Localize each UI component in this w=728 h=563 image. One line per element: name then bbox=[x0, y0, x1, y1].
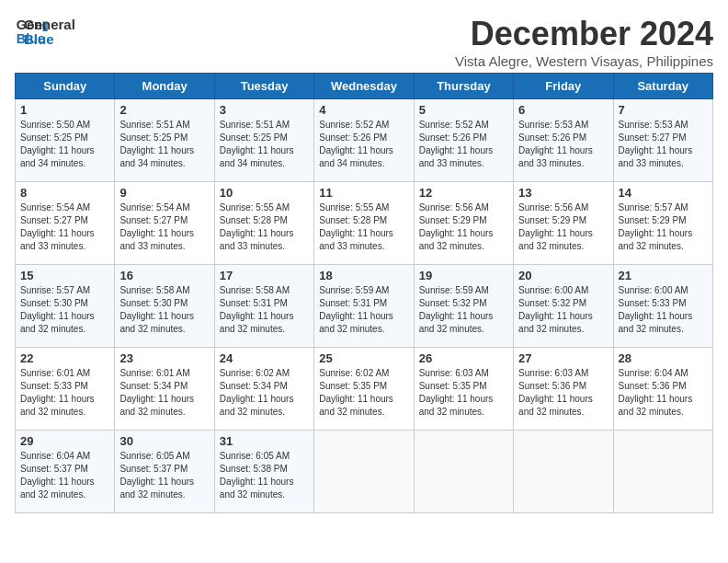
title-block: December 2024 Vista Alegre, Western Visa… bbox=[455, 15, 713, 69]
calendar-cell: 20Sunrise: 6:00 AMSunset: 5:32 PMDayligh… bbox=[514, 265, 613, 348]
calendar-week-2: 8Sunrise: 5:54 AMSunset: 5:27 PMDaylight… bbox=[16, 182, 713, 265]
calendar-cell: 24Sunrise: 6:02 AMSunset: 5:34 PMDayligh… bbox=[214, 348, 313, 431]
day-number: 18 bbox=[319, 269, 408, 282]
calendar-cell: 25Sunrise: 6:02 AMSunset: 5:35 PMDayligh… bbox=[314, 348, 414, 431]
day-number: 29 bbox=[20, 434, 109, 448]
calendar-cell: 18Sunrise: 5:59 AMSunset: 5:31 PMDayligh… bbox=[314, 265, 414, 348]
calendar-week-3: 15Sunrise: 5:57 AMSunset: 5:30 PMDayligh… bbox=[16, 265, 713, 348]
day-number: 2 bbox=[119, 103, 209, 117]
calendar-cell: 11Sunrise: 5:55 AMSunset: 5:28 PMDayligh… bbox=[314, 182, 414, 265]
calendar-cell: 26Sunrise: 6:03 AMSunset: 5:35 PMDayligh… bbox=[414, 348, 513, 431]
header: General Blue General Blue December 2024 … bbox=[15, 15, 713, 69]
day-info: Sunrise: 5:51 AMSunset: 5:25 PMDaylight:… bbox=[119, 120, 194, 168]
calendar-cell: 12Sunrise: 5:56 AMSunset: 5:29 PMDayligh… bbox=[414, 182, 513, 265]
day-info: Sunrise: 6:04 AMSunset: 5:36 PMDaylight:… bbox=[619, 368, 693, 417]
day-number: 11 bbox=[319, 186, 408, 200]
day-info: Sunrise: 5:54 AMSunset: 5:27 PMDaylight:… bbox=[119, 202, 194, 251]
day-info: Sunrise: 5:50 AMSunset: 5:25 PMDaylight:… bbox=[20, 120, 95, 168]
calendar-cell: 10Sunrise: 5:55 AMSunset: 5:28 PMDayligh… bbox=[214, 182, 313, 265]
day-number: 22 bbox=[20, 351, 109, 365]
day-number: 30 bbox=[119, 434, 209, 448]
day-number: 28 bbox=[619, 351, 708, 365]
calendar-title: December 2024 bbox=[455, 15, 713, 53]
header-friday: Friday bbox=[514, 74, 613, 99]
logo-general: General bbox=[24, 17, 75, 33]
day-number: 16 bbox=[119, 269, 209, 282]
day-number: 12 bbox=[419, 186, 508, 200]
day-info: Sunrise: 6:03 AMSunset: 5:36 PMDaylight:… bbox=[518, 368, 593, 417]
calendar-cell bbox=[514, 431, 613, 513]
day-number: 9 bbox=[119, 186, 209, 200]
day-number: 23 bbox=[119, 351, 209, 365]
day-number: 26 bbox=[419, 351, 508, 365]
calendar-cell: 2Sunrise: 5:51 AMSunset: 5:25 PMDaylight… bbox=[115, 99, 214, 182]
header-sunday: Sunday bbox=[16, 74, 115, 99]
day-info: Sunrise: 6:01 AMSunset: 5:34 PMDaylight:… bbox=[119, 368, 194, 417]
day-number: 31 bbox=[220, 434, 309, 448]
day-info: Sunrise: 5:56 AMSunset: 5:29 PMDaylight:… bbox=[518, 202, 593, 251]
weekday-header-row: Sunday Monday Tuesday Wednesday Thursday… bbox=[16, 74, 713, 99]
calendar-cell: 8Sunrise: 5:54 AMSunset: 5:27 PMDaylight… bbox=[16, 182, 115, 265]
day-number: 10 bbox=[220, 186, 309, 200]
day-info: Sunrise: 5:59 AMSunset: 5:31 PMDaylight:… bbox=[319, 285, 393, 334]
day-info: Sunrise: 6:00 AMSunset: 5:32 PMDaylight:… bbox=[518, 285, 593, 334]
calendar-cell: 30Sunrise: 6:05 AMSunset: 5:37 PMDayligh… bbox=[115, 431, 214, 513]
day-number: 17 bbox=[220, 269, 309, 282]
day-number: 19 bbox=[419, 269, 508, 282]
day-info: Sunrise: 5:52 AMSunset: 5:26 PMDaylight:… bbox=[319, 120, 393, 168]
calendar-cell bbox=[613, 431, 712, 513]
calendar-cell: 19Sunrise: 5:59 AMSunset: 5:32 PMDayligh… bbox=[414, 265, 513, 348]
day-info: Sunrise: 6:04 AMSunset: 5:37 PMDaylight:… bbox=[20, 451, 95, 500]
calendar-cell: 16Sunrise: 5:58 AMSunset: 5:30 PMDayligh… bbox=[115, 265, 214, 348]
calendar-cell: 22Sunrise: 6:01 AMSunset: 5:33 PMDayligh… bbox=[16, 348, 115, 431]
day-info: Sunrise: 5:54 AMSunset: 5:27 PMDaylight:… bbox=[20, 202, 95, 251]
day-info: Sunrise: 5:58 AMSunset: 5:30 PMDaylight:… bbox=[119, 285, 194, 334]
day-number: 5 bbox=[419, 103, 508, 117]
header-thursday: Thursday bbox=[414, 74, 513, 99]
day-info: Sunrise: 6:02 AMSunset: 5:35 PMDaylight:… bbox=[319, 368, 393, 417]
logo-blue: Blue bbox=[24, 32, 75, 48]
calendar-cell bbox=[314, 431, 414, 513]
calendar-cell: 17Sunrise: 5:58 AMSunset: 5:31 PMDayligh… bbox=[214, 265, 313, 348]
day-info: Sunrise: 5:52 AMSunset: 5:26 PMDaylight:… bbox=[419, 120, 494, 168]
day-number: 3 bbox=[220, 103, 309, 117]
calendar-cell: 5Sunrise: 5:52 AMSunset: 5:26 PMDaylight… bbox=[414, 99, 513, 182]
day-info: Sunrise: 5:55 AMSunset: 5:28 PMDaylight:… bbox=[319, 202, 393, 251]
day-info: Sunrise: 5:57 AMSunset: 5:30 PMDaylight:… bbox=[20, 285, 95, 334]
day-info: Sunrise: 5:53 AMSunset: 5:26 PMDaylight:… bbox=[518, 120, 593, 168]
page-container: General Blue General Blue December 2024 … bbox=[15, 15, 713, 513]
day-info: Sunrise: 5:57 AMSunset: 5:29 PMDaylight:… bbox=[619, 202, 693, 251]
calendar-cell: 28Sunrise: 6:04 AMSunset: 5:36 PMDayligh… bbox=[613, 348, 712, 431]
day-number: 25 bbox=[319, 351, 408, 365]
calendar-cell: 6Sunrise: 5:53 AMSunset: 5:26 PMDaylight… bbox=[514, 99, 613, 182]
day-info: Sunrise: 6:05 AMSunset: 5:38 PMDaylight:… bbox=[220, 451, 294, 500]
day-info: Sunrise: 5:53 AMSunset: 5:27 PMDaylight:… bbox=[619, 120, 693, 168]
day-number: 27 bbox=[518, 351, 608, 365]
calendar-cell: 9Sunrise: 5:54 AMSunset: 5:27 PMDaylight… bbox=[115, 182, 214, 265]
header-monday: Monday bbox=[115, 74, 214, 99]
day-info: Sunrise: 5:51 AMSunset: 5:25 PMDaylight:… bbox=[220, 120, 294, 168]
day-number: 14 bbox=[619, 186, 708, 200]
day-info: Sunrise: 6:02 AMSunset: 5:34 PMDaylight:… bbox=[220, 368, 294, 417]
calendar-cell: 31Sunrise: 6:05 AMSunset: 5:38 PMDayligh… bbox=[214, 431, 313, 513]
calendar-cell: 23Sunrise: 6:01 AMSunset: 5:34 PMDayligh… bbox=[115, 348, 214, 431]
calendar-week-5: 29Sunrise: 6:04 AMSunset: 5:37 PMDayligh… bbox=[16, 431, 713, 513]
day-info: Sunrise: 5:55 AMSunset: 5:28 PMDaylight:… bbox=[220, 202, 294, 251]
day-info: Sunrise: 6:01 AMSunset: 5:33 PMDaylight:… bbox=[20, 368, 95, 417]
logo: General Blue General Blue bbox=[15, 15, 75, 48]
header-wednesday: Wednesday bbox=[314, 74, 414, 99]
calendar-week-4: 22Sunrise: 6:01 AMSunset: 5:33 PMDayligh… bbox=[16, 348, 713, 431]
day-number: 1 bbox=[20, 103, 109, 117]
calendar-cell: 13Sunrise: 5:56 AMSunset: 5:29 PMDayligh… bbox=[514, 182, 613, 265]
calendar-cell: 29Sunrise: 6:04 AMSunset: 5:37 PMDayligh… bbox=[16, 431, 115, 513]
day-number: 15 bbox=[20, 269, 109, 282]
day-info: Sunrise: 5:59 AMSunset: 5:32 PMDaylight:… bbox=[419, 285, 494, 334]
day-info: Sunrise: 6:03 AMSunset: 5:35 PMDaylight:… bbox=[419, 368, 494, 417]
day-info: Sunrise: 6:05 AMSunset: 5:37 PMDaylight:… bbox=[119, 451, 194, 500]
day-number: 24 bbox=[220, 351, 309, 365]
day-number: 13 bbox=[518, 186, 608, 200]
day-number: 7 bbox=[619, 103, 708, 117]
calendar-cell: 15Sunrise: 5:57 AMSunset: 5:30 PMDayligh… bbox=[16, 265, 115, 348]
calendar-cell: 14Sunrise: 5:57 AMSunset: 5:29 PMDayligh… bbox=[613, 182, 712, 265]
calendar-cell: 3Sunrise: 5:51 AMSunset: 5:25 PMDaylight… bbox=[214, 99, 313, 182]
